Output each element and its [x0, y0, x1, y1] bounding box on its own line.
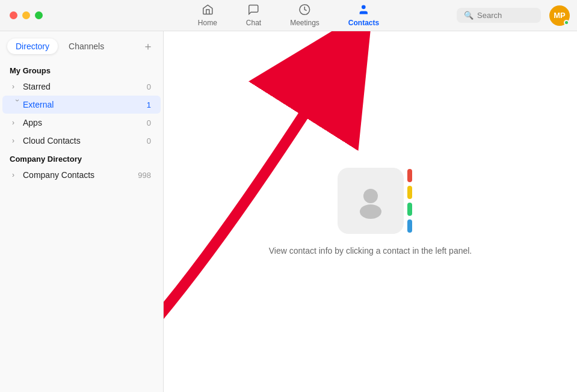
search-bar[interactable]: 🔍 — [457, 8, 541, 23]
svg-point-3 — [360, 204, 381, 219]
nav-chat[interactable]: Chat — [241, 1, 266, 29]
chevron-right-icon-cloud: › — [12, 136, 23, 145]
search-icon: 🔍 — [464, 11, 474, 20]
tab-directory[interactable]: Directory — [7, 38, 58, 54]
chevron-right-icon: › — [12, 82, 23, 91]
apps-label: Apps — [23, 118, 147, 127]
sidebar-item-starred[interactable]: › Starred 0 — [2, 78, 161, 96]
svg-point-1 — [362, 5, 366, 10]
minimize-button[interactable] — [22, 11, 30, 19]
tab-dot-green — [407, 203, 412, 216]
online-indicator — [564, 20, 569, 25]
sidebar: Directory Channels ＋ My Groups › Starred… — [0, 31, 164, 392]
close-button[interactable] — [10, 11, 17, 19]
contacts-icon — [358, 4, 370, 17]
sidebar-item-cloud-contacts[interactable]: › Cloud Contacts 0 — [2, 132, 161, 150]
nav-meetings[interactable]: Meetings — [285, 1, 324, 29]
home-icon — [202, 4, 214, 17]
main-layout: Directory Channels ＋ My Groups › Starred… — [0, 31, 577, 392]
chevron-right-icon-apps: › — [12, 118, 23, 127]
apps-count: 0 — [147, 118, 151, 127]
nav-chat-label: Chat — [246, 19, 261, 27]
starred-label: Starred — [23, 82, 147, 91]
contact-placeholder-card — [338, 168, 404, 234]
title-bar: Home Chat Meetings — [0, 0, 577, 31]
tab-dot-red — [407, 169, 412, 182]
chevron-right-icon-company: › — [12, 171, 23, 179]
nav-home[interactable]: Home — [193, 1, 222, 29]
avatar-initials: MP — [554, 11, 566, 20]
person-silhouette-icon — [353, 183, 389, 219]
tab-dot-yellow — [407, 186, 412, 199]
contact-tabs-strip — [407, 169, 412, 233]
sidebar-item-company-contacts[interactable]: › Company Contacts 998 — [2, 166, 161, 184]
chat-icon — [247, 4, 259, 17]
external-count: 1 — [147, 100, 151, 109]
starred-count: 0 — [147, 82, 151, 91]
cloud-contacts-label: Cloud Contacts — [23, 136, 147, 145]
window-controls — [10, 11, 43, 19]
tab-dot-blue — [407, 219, 412, 233]
nav-meetings-label: Meetings — [290, 19, 319, 27]
my-groups-header: My Groups — [0, 61, 163, 78]
main-content: View contact info by clicking a contact … — [164, 31, 577, 392]
sidebar-item-apps[interactable]: › Apps 0 — [2, 114, 161, 132]
tab-channels[interactable]: Channels — [60, 38, 113, 54]
nav-contacts[interactable]: Contacts — [344, 1, 384, 29]
contact-illustration: View contact info by clicking a contact … — [269, 168, 472, 256]
nav-contacts-label: Contacts — [348, 19, 379, 27]
maximize-button[interactable] — [35, 11, 43, 19]
svg-point-2 — [363, 189, 378, 203]
company-contacts-label: Company Contacts — [23, 170, 138, 180]
company-directory-header: Company Directory — [0, 150, 163, 166]
external-label: External — [23, 100, 147, 109]
nav-tabs: Home Chat Meetings — [193, 1, 384, 29]
chevron-down-icon: › — [13, 99, 22, 110]
contact-hint: View contact info by clicking a contact … — [269, 246, 472, 256]
avatar[interactable]: MP — [549, 5, 570, 26]
sidebar-tabs: Directory Channels ＋ — [0, 38, 163, 61]
company-contacts-count: 998 — [138, 171, 151, 180]
sidebar-item-external[interactable]: › External 1 — [2, 96, 161, 114]
add-tab-button[interactable]: ＋ — [140, 38, 156, 54]
search-input[interactable] — [477, 11, 534, 20]
nav-home-label: Home — [198, 19, 217, 27]
meetings-icon — [299, 4, 311, 17]
cloud-contacts-count: 0 — [147, 136, 151, 145]
